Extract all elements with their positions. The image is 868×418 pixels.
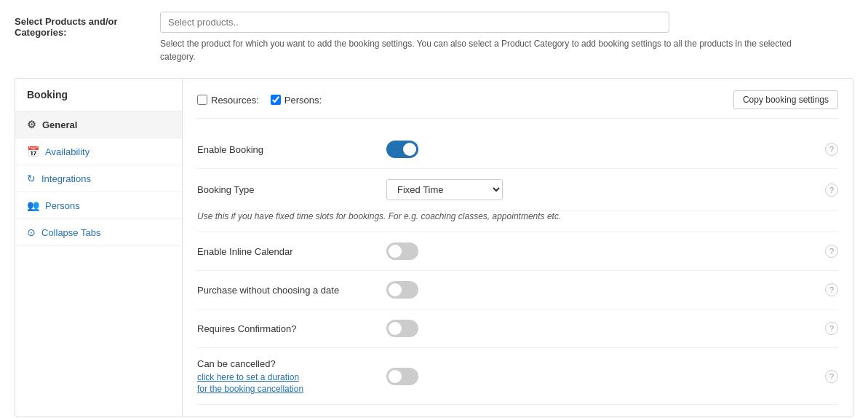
sidebar-item-availability[interactable]: 📅 Availability: [15, 138, 182, 165]
persons-checkbox[interactable]: [271, 95, 281, 105]
purchase-without-date-row: Purchase without choosing a date ?: [197, 271, 838, 309]
sidebar-title: Booking: [15, 79, 182, 111]
integrations-icon: ↻: [27, 173, 36, 184]
inline-calendar-help-icon[interactable]: ?: [825, 245, 838, 258]
purchase-without-date-label: Purchase without choosing a date: [197, 285, 386, 296]
products-input[interactable]: [160, 12, 669, 33]
cancel-links: click here to set a duration for the boo…: [197, 372, 386, 394]
toggle-slider: [386, 368, 418, 385]
booking-type-help-icon[interactable]: ?: [825, 184, 838, 197]
sidebar-item-general[interactable]: ⚙ General: [15, 111, 182, 138]
can-be-cancelled-text: Can be cancelled?: [197, 358, 386, 369]
requires-confirmation-toggle[interactable]: [386, 320, 418, 337]
booking-type-row: Booking Type Fixed Time Duration Based D…: [197, 169, 838, 211]
persons-checkbox-label[interactable]: Persons:: [271, 95, 322, 106]
persons-label: Persons:: [284, 95, 322, 106]
top-bar: Resources: Persons: Copy booking setting…: [197, 90, 838, 119]
inline-calendar-label: Enable Inline Calendar: [197, 246, 386, 257]
booking-type-label: Booking Type: [197, 184, 386, 195]
persons-icon: 👥: [27, 200, 39, 211]
toggle-slider: [386, 281, 418, 299]
sidebar-item-label: Integrations: [41, 173, 91, 184]
resources-checkbox-label[interactable]: Resources:: [197, 95, 259, 106]
can-be-cancelled-help-icon[interactable]: ?: [825, 370, 838, 383]
sidebar-item-integrations[interactable]: ↻ Integrations: [15, 165, 182, 192]
sidebar-item-label: Availability: [45, 146, 89, 157]
collapse-icon: ⊙: [27, 226, 36, 238]
can-be-cancelled-label: Can be cancelled? click here to set a du…: [197, 358, 386, 394]
purchase-without-date-help-icon[interactable]: ?: [825, 283, 838, 296]
set-duration-link[interactable]: click here to set a duration: [197, 372, 386, 382]
enable-booking-label: Enable Booking: [197, 144, 386, 155]
products-help-text: Select the product for which you want to…: [160, 37, 815, 63]
sidebar-item-label: General: [42, 119, 77, 130]
copy-booking-settings-button[interactable]: Copy booking settings: [733, 90, 838, 109]
calendar-icon: 📅: [27, 146, 39, 157]
enable-booking-row: Enable Booking ?: [197, 130, 838, 169]
booking-type-desc-row: Use this if you have fixed time slots fo…: [197, 211, 838, 232]
resources-checkbox[interactable]: [197, 95, 207, 105]
can-be-cancelled-toggle[interactable]: [386, 368, 418, 385]
toggle-slider: [386, 242, 418, 260]
sidebar-item-persons[interactable]: 👥 Persons: [15, 192, 182, 219]
requires-confirmation-help-icon[interactable]: ?: [825, 322, 838, 335]
requires-confirmation-row: Requires Confirmation? ?: [197, 309, 838, 348]
inline-calendar-toggle[interactable]: [386, 242, 418, 260]
toggle-slider: [386, 320, 418, 337]
products-label: Select Products and/orCategories:: [15, 12, 160, 38]
requires-confirmation-label: Requires Confirmation?: [197, 323, 386, 334]
sidebar-item-label: Persons: [45, 200, 80, 211]
toggle-slider: [386, 141, 418, 158]
gear-icon: ⚙: [27, 119, 36, 130]
for-booking-cancellation-link[interactable]: for the booking cancellation: [197, 384, 386, 394]
sidebar-item-label: Collapse Tabs: [41, 227, 100, 238]
sidebar-item-collapse[interactable]: ⊙ Collapse Tabs: [15, 219, 182, 246]
enable-booking-toggle[interactable]: [386, 141, 418, 158]
booking-type-select[interactable]: Fixed Time Duration Based Date Range: [386, 179, 503, 200]
purchase-without-date-toggle[interactable]: [386, 281, 418, 299]
booking-type-description: Use this if you have fixed time slots fo…: [197, 211, 838, 221]
inline-calendar-row: Enable Inline Calendar ?: [197, 232, 838, 271]
sidebar: Booking ⚙ General 📅 Availability ↻ Integ…: [15, 79, 183, 417]
can-be-cancelled-row: Can be cancelled? click here to set a du…: [197, 348, 838, 405]
enable-booking-help-icon[interactable]: ?: [825, 143, 838, 156]
main-content: Resources: Persons: Copy booking setting…: [183, 79, 853, 417]
resources-label: Resources:: [211, 95, 259, 106]
